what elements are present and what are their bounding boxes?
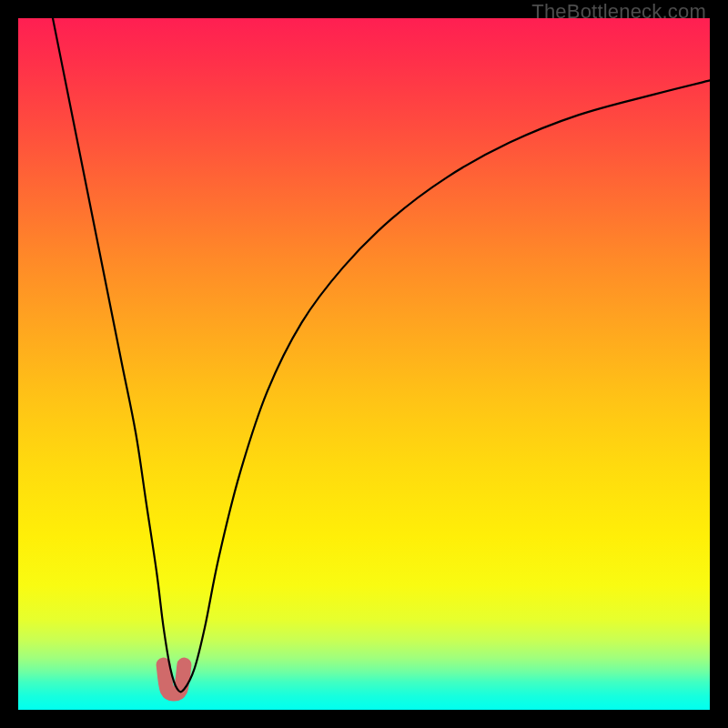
bottleneck-curve (53, 18, 710, 692)
frame-bottom (0, 710, 728, 728)
watermark-text: TheBottleneck.com (531, 0, 706, 24)
chart-svg (18, 18, 710, 710)
frame-right (710, 0, 728, 728)
frame-left (0, 0, 18, 728)
